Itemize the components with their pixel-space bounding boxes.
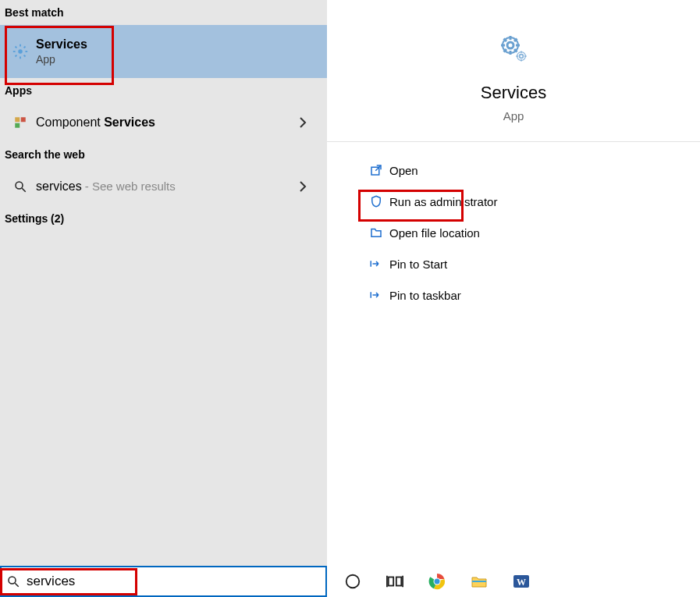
svg-point-41 [435,579,440,585]
action-label: Open [389,164,418,177]
web-header: Search the web [0,142,327,167]
settings-header: Settings (2) [0,206,327,231]
action-pin-taskbar[interactable]: Pin to taskbar [363,279,700,311]
shield-icon [363,194,389,208]
svg-point-12 [16,182,23,189]
word-icon[interactable]: W [511,571,531,592]
best-match-header: Best match [0,0,327,25]
action-run-admin[interactable]: Run as administrator [363,186,700,217]
svg-line-5 [15,46,16,48]
action-label: Pin to Start [389,258,447,271]
search-results-panel: Best match Services App Apps Component S… [0,0,327,566]
actions-list: Open Run as administrator Open file loca… [327,142,700,311]
pin-icon [363,288,389,302]
result-services[interactable]: Services App [0,25,327,78]
search-box[interactable] [0,566,327,597]
component-icon [5,115,36,130]
result-text: Services App [36,36,322,67]
result-component-services[interactable]: Component Services [0,103,327,142]
svg-line-31 [375,165,381,171]
svg-rect-10 [21,117,26,122]
chrome-icon[interactable] [427,571,447,592]
svg-line-33 [15,583,19,587]
cortana-icon[interactable] [343,571,363,592]
svg-rect-35 [389,577,393,586]
svg-point-0 [18,49,23,54]
svg-line-8 [24,46,26,48]
preview-title: Services [327,83,700,103]
svg-point-24 [520,55,524,59]
result-subtitle: App [36,52,322,67]
svg-rect-36 [396,577,401,586]
action-open[interactable]: Open [363,155,700,186]
open-icon [363,163,389,177]
svg-point-34 [346,575,360,588]
svg-point-14 [507,42,513,48]
pin-icon [363,257,389,271]
action-pin-start[interactable]: Pin to Start [363,248,700,279]
result-text: Component Services [36,114,299,131]
gear-icon [327,31,700,69]
action-label: Pin to taskbar [389,289,461,302]
result-web-search[interactable]: services - See web results [0,167,327,206]
search-icon [5,179,36,194]
svg-line-7 [15,55,16,57]
gear-icon [5,43,36,60]
svg-point-32 [9,577,16,584]
search-icon [6,574,20,588]
chevron-right-icon[interactable] [299,117,322,128]
svg-text:W: W [517,577,526,588]
result-text: services - See web results [36,178,299,195]
svg-rect-42 [472,581,486,582]
chevron-right-icon[interactable] [299,181,322,192]
taskbar: W [327,566,700,597]
action-label: Run as administrator [389,195,497,208]
apps-header: Apps [0,78,327,103]
svg-rect-11 [15,123,20,128]
action-open-location[interactable]: Open file location [363,217,700,248]
action-label: Open file location [389,226,480,240]
svg-line-6 [24,55,26,57]
folder-icon [363,226,389,240]
file-explorer-icon[interactable] [469,571,489,592]
task-view-icon[interactable] [385,571,405,592]
result-title: Services [36,37,87,51]
preview-header: Services App [327,0,700,142]
preview-subtitle: App [327,109,700,123]
svg-line-13 [22,188,26,192]
preview-panel: Services App Open Run as administrator [327,0,700,566]
search-input[interactable] [27,574,321,589]
svg-rect-9 [15,117,20,122]
